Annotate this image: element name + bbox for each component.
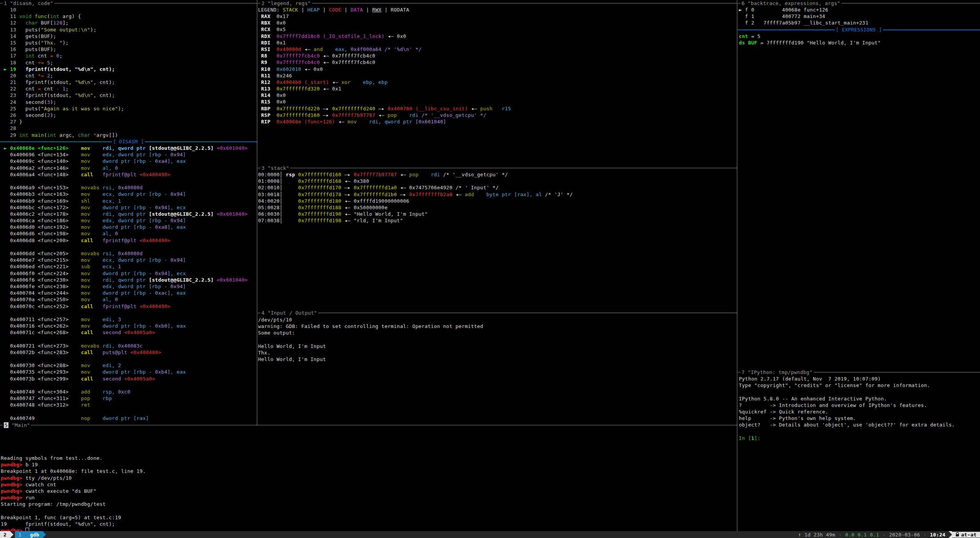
- pane5-number-active: 5: [4, 422, 8, 428]
- pane4-title-text: "Input / Output": [268, 310, 317, 316]
- stack-telescope: 00:0000│ rsp 0x7fffffffd160 —▸ 0x7ffff7b…: [258, 171, 573, 224]
- pane6-number: 6: [742, 0, 745, 6]
- pane1-title: 1 "disasm, code": [0, 0, 257, 7]
- pane5-border-line: [0, 425, 737, 425]
- pane4-border-line: [258, 313, 737, 313]
- ipython-console[interactable]: Python 2.7.17 (default, Nov 7 2019, 10:0…: [739, 376, 955, 441]
- load-average: 0.0 0.1 0.1: [845, 532, 879, 538]
- pane6-title: 6 "backtrace, expressions, args": [738, 0, 980, 7]
- program-io-output: /dev/pts/10warning: GDB: Failed to set c…: [258, 317, 483, 362]
- powerline-arrow-icon: [43, 531, 46, 538]
- up-arrow-icon: ↑: [798, 532, 801, 538]
- legend-line: LEGEND: STACK | HEAP | CODE | DATA | RWX…: [258, 7, 409, 13]
- pane-border-vertical-right[interactable]: [737, 0, 737, 531]
- tmux-screen: 1 "disasm, code" 10 11 void func(int arg…: [0, 0, 980, 538]
- source-code-listing: 10 11 void func(int arg) { 12 char BUF[1…: [1, 7, 124, 138]
- pane4-title: 4 "Input / Output": [258, 310, 737, 316]
- uptime-value: 1d 23h 49m: [804, 532, 835, 538]
- status-date: 2020-03-06: [889, 532, 920, 538]
- window-tab-gdb[interactable]: 1 › gdb: [15, 531, 43, 538]
- pane5-title: 5 "Main": [0, 422, 737, 428]
- chevron-left-icon: ‹: [839, 532, 842, 538]
- powerline-arrow-icon: [10, 531, 13, 538]
- chevron-left-icon: ‹: [923, 532, 926, 538]
- disasm-separator: [ DISASM ]: [0, 138, 257, 145]
- pane3-title: 3 "stack": [258, 165, 737, 171]
- gdb-console[interactable]: Reading symbols from test...done.pwndbg>…: [1, 455, 146, 534]
- chevron-left-icon: ‹: [883, 532, 886, 538]
- expressions-separator-label: [ EXPRESSIONS ]: [835, 26, 883, 33]
- pane7-number: 7: [742, 369, 745, 375]
- pane5-title-text: "Main": [12, 422, 30, 428]
- pane3-number: 3: [261, 165, 265, 171]
- window-index: 1: [18, 532, 21, 538]
- pane7-title: 7 "IPython: tmp/pwndbg": [738, 369, 980, 376]
- disasm-separator-label: [ DISASM ]: [112, 138, 145, 145]
- tmux-status-bar: 2 1 › gdb ↑ 1d 23h 49m ‹ 0.0 0.1 0.1 ‹ 2…: [0, 531, 980, 538]
- pane7-title-text: "IPython: tmp/pwndbg": [748, 369, 812, 375]
- lock-icon: [955, 532, 959, 537]
- uptime-indicator: ↑ 1d 23h 49m: [798, 532, 835, 538]
- registers-list: RAX 0x17 RBX 0x0 RCX 0x5 RDX 0x7ffff7dd1…: [258, 13, 511, 125]
- chevron-right-icon: ›: [24, 532, 27, 538]
- pane2-title-text: "legend, regs": [268, 0, 311, 6]
- pane2-number: 2: [261, 0, 265, 6]
- session-badge[interactable]: 2: [0, 531, 10, 538]
- pane2-border-line: [258, 3, 737, 3]
- pane-border-vertical-left[interactable]: [257, 0, 257, 425]
- pane4-number: 4: [261, 310, 265, 316]
- pane1-title-text: "disasm, code": [10, 0, 53, 6]
- window-name: gdb: [30, 532, 39, 538]
- powerline-arrow-icon: [949, 531, 952, 538]
- status-time: 10:24: [930, 532, 945, 538]
- disassembly-listing: ► 0x40068e <func+126> mov rdi, qword ptr…: [1, 145, 248, 422]
- pane3-title-text: "stack": [268, 165, 289, 171]
- backtrace-frames: ► f 0 40068e func+126 f 1 400772 main+34…: [739, 7, 868, 26]
- hostname-badge: at-at: [952, 532, 980, 538]
- pane3-border-line: [258, 168, 737, 168]
- expressions-separator: [ EXPRESSIONS ]: [738, 26, 980, 33]
- hostname: at-at: [961, 532, 977, 538]
- pane6-title-text: "backtrace, expressions, args": [748, 0, 840, 6]
- pane2-title: 2 "legend, regs": [258, 0, 737, 7]
- pane1-number: 1: [4, 0, 7, 6]
- watch-expressions: cnt = 5ds BUF = 7fffffffd190 "Hello Worl…: [739, 33, 881, 46]
